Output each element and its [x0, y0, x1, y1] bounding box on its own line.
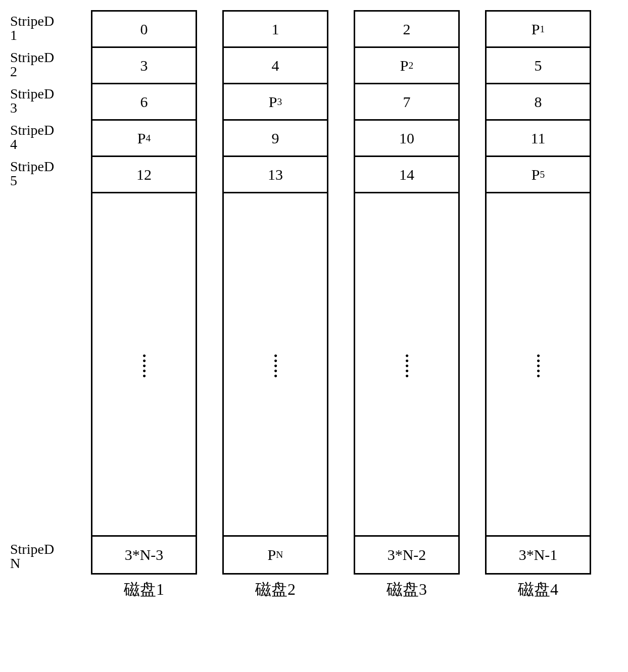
cell: P1 [487, 12, 590, 48]
cell: 12 [92, 157, 196, 193]
disk-column-3: 2P271014●●●●●3*N-2 [354, 10, 460, 575]
disk-1: 036P412●●●●●3*N-3磁盘1 [91, 10, 197, 601]
disk-label-3: 磁盘3 [387, 579, 427, 601]
ellipsis-spacer: ●●●●● [224, 193, 327, 537]
ellipsis-spacer: ●●●●● [355, 193, 458, 537]
cell: P2 [355, 48, 458, 84]
disk-column-4: P15811P5●●●●●3*N-1 [485, 10, 591, 575]
cell: 6 [92, 84, 196, 121]
cell: 2 [355, 12, 458, 48]
disk-3: 2P271014●●●●●3*N-2磁盘3 [354, 10, 460, 601]
cell-last: PN [224, 537, 327, 573]
stripe-label-1: StripeD 1 [10, 10, 91, 46]
bottom-pad [10, 575, 91, 601]
vertical-dots-icon: ●●●●● [272, 352, 279, 377]
cell: P3 [224, 84, 327, 121]
cell: 4 [224, 48, 327, 84]
cell: 11 [487, 121, 590, 157]
vertical-dots-icon: ●●●●● [403, 352, 411, 377]
disk-4: P15811P5●●●●●3*N-1磁盘4 [485, 10, 591, 601]
raid-diagram: StripeD 1 StripeD 2 StripeD 3 StripeD 4 … [10, 10, 618, 601]
cell-last: 3*N-1 [487, 537, 590, 573]
ellipsis-spacer: ●●●●● [92, 193, 196, 537]
ellipsis-spacer: ●●●●● [487, 193, 590, 537]
cell-last: 3*N-2 [355, 537, 458, 573]
cell: 13 [224, 157, 327, 193]
cell: 9 [224, 121, 327, 157]
cell: 10 [355, 121, 458, 157]
disk-column-2: 14P3913●●●●●PN [222, 10, 328, 575]
disk-label-2: 磁盘2 [255, 579, 296, 601]
disk-label-4: 磁盘4 [518, 579, 558, 601]
cell-last: 3*N-3 [92, 537, 196, 573]
label-spacer: StripeD N [10, 192, 91, 575]
disk-2: 14P3913●●●●●PN磁盘2 [222, 10, 328, 601]
stripe-labels: StripeD 1 StripeD 2 StripeD 3 StripeD 4 … [10, 10, 91, 601]
stripe-label-2: StripeD 2 [10, 46, 91, 83]
cell: 8 [487, 84, 590, 121]
cell: P5 [487, 157, 590, 193]
vertical-dots-icon: ●●●●● [140, 352, 148, 377]
stripe-label-5: StripeD 5 [10, 156, 91, 192]
cell: P4 [92, 121, 196, 157]
cell: 5 [487, 48, 590, 84]
cell: 0 [92, 12, 196, 48]
cell: 1 [224, 12, 327, 48]
disk-column-1: 036P412●●●●●3*N-3 [91, 10, 197, 575]
vertical-dots-icon: ●●●●● [535, 352, 542, 377]
cell: 7 [355, 84, 458, 121]
stripe-label-4: StripeD 4 [10, 119, 91, 156]
stripe-label-3: StripeD 3 [10, 83, 91, 119]
disk-label-1: 磁盘1 [124, 579, 164, 601]
cell: 3 [92, 48, 196, 84]
cell: 14 [355, 157, 458, 193]
stripe-label-n: StripeD N [10, 538, 54, 575]
disk-columns: 036P412●●●●●3*N-3磁盘114P3913●●●●●PN磁盘22P2… [91, 10, 618, 601]
